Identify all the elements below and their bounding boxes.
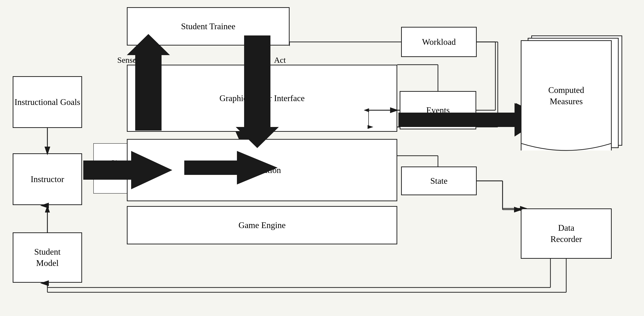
instructor-box: Instructor xyxy=(13,153,82,205)
data-recorder-box: DataRecorder xyxy=(521,208,612,259)
instructor-label: Instructor xyxy=(31,174,64,185)
computed-measures-box: ComputedMeasures xyxy=(521,40,612,150)
student-model-label: StudentModel xyxy=(34,246,60,269)
state-label: State xyxy=(430,175,448,187)
student-trainee-box: Student Trainee xyxy=(127,7,290,46)
events-label: Events xyxy=(426,105,450,116)
data-recorder-label: DataRecorder xyxy=(550,222,582,245)
game-engine-box: Game Engine xyxy=(127,206,397,244)
events-box: Events xyxy=(400,91,476,129)
simulation-box: Simulation xyxy=(127,139,397,201)
workload-label: Workload xyxy=(422,37,456,48)
simulation-label: Simulation xyxy=(243,165,281,176)
student-model-box: StudentModel xyxy=(13,232,82,283)
workload-box: Workload xyxy=(401,27,477,57)
gui-box: Graphical User Interface xyxy=(127,65,397,132)
game-engine-label: Game Engine xyxy=(238,220,286,231)
state-box: State xyxy=(401,166,477,195)
computed-measures-label: ComputedMeasures xyxy=(548,85,584,107)
diagram-container: Instructional Goals Instructor StudentMo… xyxy=(0,0,644,316)
instructional-goals-box: Instructional Goals xyxy=(13,76,82,128)
sense-label: Sense xyxy=(117,56,136,65)
student-trainee-label: Student Trainee xyxy=(181,21,235,32)
act-label: Act xyxy=(274,56,286,65)
instructional-goals-label: Instructional Goals xyxy=(14,97,80,108)
computed-measures-curve xyxy=(521,143,612,153)
gui-label: Graphical User Interface xyxy=(220,93,305,104)
